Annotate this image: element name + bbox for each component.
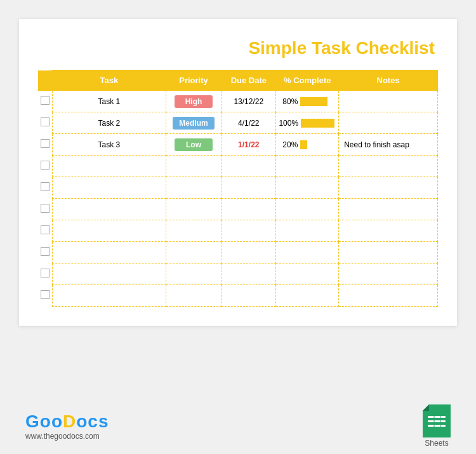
checkbox[interactable] <box>41 139 50 148</box>
due-date-cell: 4/1/22 <box>221 112 276 134</box>
checkbox[interactable] <box>41 269 50 277</box>
due-date-cell <box>221 285 276 307</box>
table-row <box>38 156 438 177</box>
progress-text: 20% <box>279 140 298 149</box>
priority-cell: Low <box>166 134 221 156</box>
checkbox[interactable] <box>41 247 50 256</box>
checkbox[interactable] <box>41 161 50 170</box>
notes-cell <box>339 112 438 134</box>
checkbox[interactable] <box>41 96 50 105</box>
task-name-cell <box>53 199 166 220</box>
checkbox-cell[interactable] <box>38 134 53 156</box>
checkbox-cell[interactable] <box>38 156 53 177</box>
priority-cell <box>166 177 221 199</box>
checkbox-cell[interactable] <box>38 264 53 285</box>
sheets-icon-img <box>423 404 451 437</box>
progress-text: 80% <box>279 97 298 106</box>
table-row <box>38 242 438 264</box>
footer: GooDocs www.thegoodocs.com Sheets <box>0 398 476 454</box>
table-row <box>38 199 438 220</box>
task-name-cell: Task 2 <box>53 112 166 134</box>
checkbox-cell[interactable] <box>38 220 53 242</box>
complete-cell: 20% <box>276 134 339 156</box>
notes-cell <box>339 285 438 307</box>
due-date-cell <box>221 156 276 177</box>
due-date-cell: 1/1/22 <box>221 134 276 156</box>
due-date-cell <box>221 242 276 264</box>
task-name-cell: Task 3 <box>53 134 166 156</box>
logo-area: GooDocs www.thegoodocs.com <box>25 411 109 441</box>
table-row: Task 2Medium4/1/22100% <box>38 112 438 134</box>
table-row: Task 3Low1/1/2220%Need to finish asap <box>38 134 438 156</box>
checkbox[interactable] <box>41 117 50 126</box>
due-date-cell: 13/12/22 <box>221 91 276 112</box>
notes-cell: Need to finish asap <box>339 134 438 156</box>
col-checkbox <box>38 70 53 91</box>
progress-bar-outer <box>300 97 334 106</box>
svg-marker-1 <box>423 404 429 411</box>
sheets-icon-area: Sheets <box>423 404 451 448</box>
notes-cell <box>339 220 438 242</box>
checkbox-cell[interactable] <box>38 177 53 199</box>
priority-cell <box>166 156 221 177</box>
priority-badge: Medium <box>173 117 214 130</box>
notes-cell <box>339 91 438 112</box>
progress-bar-inner <box>301 119 334 128</box>
priority-cell <box>166 264 221 285</box>
checkbox-cell[interactable] <box>38 112 53 134</box>
task-name-cell <box>53 177 166 199</box>
checkbox[interactable] <box>41 225 50 234</box>
priority-badge: High <box>175 95 213 108</box>
notes-cell <box>339 199 438 220</box>
checkbox[interactable] <box>41 204 50 213</box>
task-table: Task Priority Due Date % Complete Notes … <box>38 70 438 307</box>
main-page: Simple Task Checklist Task Priority Due … <box>19 19 457 326</box>
logo-docs: ocs <box>76 411 109 431</box>
col-priority: Priority <box>166 70 221 91</box>
complete-cell <box>276 264 339 285</box>
priority-cell <box>166 199 221 220</box>
col-notes: Notes <box>339 70 438 91</box>
col-due-date: Due Date <box>221 70 276 91</box>
due-date-cell <box>221 199 276 220</box>
task-name-cell: Task 1 <box>53 91 166 112</box>
complete-cell <box>276 156 339 177</box>
svg-rect-3 <box>428 420 446 422</box>
complete-cell: 80% <box>276 91 339 112</box>
logo-oo: D <box>63 411 76 431</box>
table-row <box>38 285 438 307</box>
priority-cell: High <box>166 91 221 112</box>
complete-cell <box>276 242 339 264</box>
task-name-cell <box>53 156 166 177</box>
task-name-cell <box>53 285 166 307</box>
task-table-wrap: Task Priority Due Date % Complete Notes … <box>38 70 438 307</box>
notes-cell <box>339 156 438 177</box>
progress-bar-inner <box>300 97 327 106</box>
checkbox[interactable] <box>41 290 50 299</box>
progress-bar-inner <box>300 140 307 149</box>
svg-rect-4 <box>428 425 446 427</box>
complete-cell: 100% <box>276 112 339 134</box>
priority-cell <box>166 220 221 242</box>
complete-cell <box>276 285 339 307</box>
checkbox-cell[interactable] <box>38 199 53 220</box>
page-title: Simple Task Checklist <box>38 38 438 58</box>
due-date-cell <box>221 264 276 285</box>
task-name-cell <box>53 264 166 285</box>
sheets-label: Sheets <box>425 439 448 448</box>
col-task: Task <box>53 70 166 91</box>
logo: GooDocs <box>25 411 109 432</box>
complete-cell <box>276 220 339 242</box>
priority-badge: Low <box>175 138 213 151</box>
checkbox-cell[interactable] <box>38 91 53 112</box>
checkbox[interactable] <box>41 182 50 191</box>
priority-cell <box>166 285 221 307</box>
notes-cell <box>339 264 438 285</box>
progress-text: 100% <box>279 119 298 128</box>
logo-goo: Goo <box>25 411 63 431</box>
due-date-cell <box>221 220 276 242</box>
checkbox-cell[interactable] <box>38 285 53 307</box>
checkbox-cell[interactable] <box>38 242 53 264</box>
due-date-cell <box>221 177 276 199</box>
complete-cell <box>276 177 339 199</box>
